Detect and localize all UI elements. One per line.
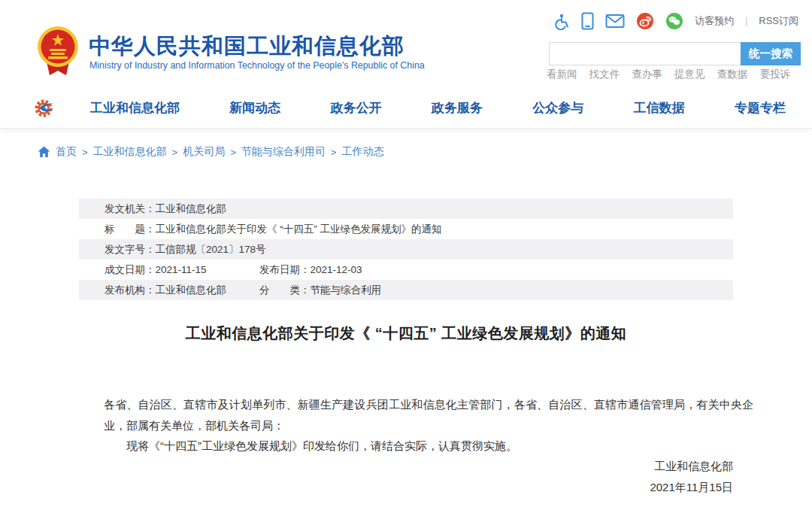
quick-links: 看新闻 找文件 查办事 提意见 查数据 要投诉 <box>547 68 790 81</box>
written-date-label: 成文日期： <box>105 264 156 275</box>
breadcrumb-home[interactable]: 首页 <box>56 145 77 159</box>
miit-gear-logo-icon <box>34 96 56 119</box>
nav-item-gov-disclosure[interactable]: 政务公开 <box>331 99 382 117</box>
quick-link-data[interactable]: 查数据 <box>717 68 748 81</box>
breadcrumb: 首页 > 工业和信息化部 > 机关司局 > 节能与综合利用司 > 工作动态 <box>38 145 383 159</box>
home-icon[interactable] <box>38 146 50 158</box>
quick-link-complaints[interactable]: 要投诉 <box>759 68 790 81</box>
meta-row-issuer: 发文机关：工业和信息化部 <box>79 199 733 219</box>
nav-item-news[interactable]: 新闻动态 <box>229 99 280 117</box>
breadcrumb-energy-conservation-dept[interactable]: 节能与综合利用司 <box>241 145 326 159</box>
signature-block: 工业和信息化部 2021年11月15日 <box>79 456 733 498</box>
breadcrumb-separator: > <box>82 147 88 158</box>
rss-subscribe-link[interactable]: RSS订阅 <box>759 14 798 28</box>
visitor-appointment-link[interactable]: 访客预约 <box>695 14 734 28</box>
title-value: 工业和信息化部关于印发《 “十四五” 工业绿色发展规划》的通知 <box>156 223 442 235</box>
breadcrumb-departments[interactable]: 机关司局 <box>183 145 225 159</box>
breadcrumb-work-updates[interactable]: 工作动态 <box>341 145 383 159</box>
document-body: 各省、自治区、直辖市及计划单列市、新疆生产建设兵团工业和信息化主管部门，各省、自… <box>104 394 753 457</box>
docno-label: 发文字号： <box>105 244 156 255</box>
meta-row-dates: 成文日期：2021-11-15 发布日期：2021-12-03 <box>79 260 733 280</box>
nav-item-public-participation[interactable]: 公众参与 <box>532 99 583 117</box>
quick-link-news[interactable]: 看新闻 <box>547 68 577 81</box>
docno-value: 工信部规〔2021〕178号 <box>156 244 266 255</box>
meta-row-title: 标 题：工业和信息化部关于印发《 “十四五” 工业绿色发展规划》的通知 <box>79 219 733 239</box>
publisher-value: 工业和信息化部 <box>156 284 227 296</box>
breadcrumb-separator: > <box>172 147 178 158</box>
written-date-value: 2021-11-15 <box>156 264 207 275</box>
document-meta-table: 发文机关：工业和信息化部 标 题：工业和信息化部关于印发《 “十四五” 工业绿色… <box>79 199 733 300</box>
nav-item-special-topics[interactable]: 专题专栏 <box>735 99 786 117</box>
category-label: 分 类： <box>259 284 311 296</box>
weibo-icon[interactable] <box>636 12 654 30</box>
nav-items: 工业和信息化部 新闻动态 政务公开 政务服务 公众参与 工信数据 专题专栏 <box>90 87 786 129</box>
nav-item-industry-data[interactable]: 工信数据 <box>634 99 685 117</box>
title-label: 标 题： <box>105 223 156 235</box>
publish-date-value: 2021-12-03 <box>311 264 362 275</box>
search-input[interactable] <box>549 42 741 65</box>
national-emblem <box>36 24 80 78</box>
issuer-value: 工业和信息化部 <box>156 203 227 214</box>
publish-date-label: 发布日期： <box>259 264 311 275</box>
site-subtitle: Ministry of Industry and Information Tec… <box>89 60 425 71</box>
wechat-icon[interactable] <box>665 12 683 30</box>
signature-name: 工业和信息化部 <box>79 456 733 477</box>
breadcrumb-separator: > <box>331 147 337 158</box>
primary-nav: 工业和信息化部 新闻动态 政务公开 政务服务 公众参与 工信数据 专题专栏 <box>0 87 812 129</box>
body-paragraph-instruction: 现将《“十四五”工业绿色发展规划》印发给你们，请结合实际，认真贯彻实施。 <box>104 436 753 457</box>
meta-row-docno: 发文字号：工信部规〔2021〕178号 <box>79 239 733 260</box>
quick-link-services[interactable]: 查办事 <box>632 68 662 81</box>
nav-item-miit[interactable]: 工业和信息化部 <box>90 99 180 117</box>
accessibility-icon[interactable] <box>553 13 570 30</box>
miit-document-page: 访客预约 | RSS订阅 中华人民共和国工业和信息化部 Ministry of … <box>0 0 812 507</box>
unified-search-button[interactable]: 统一搜索 <box>741 42 801 65</box>
mail-icon[interactable] <box>605 14 625 29</box>
breadcrumb-separator: > <box>230 147 236 158</box>
meta-row-publisher-category: 发布机构：工业和信息化部 分 类：节能与综合利用 <box>79 280 733 300</box>
document-title: 工业和信息化部关于印发《 “十四五” 工业绿色发展规划》的通知 <box>0 323 812 344</box>
quick-link-suggestions[interactable]: 提意见 <box>674 68 705 81</box>
nav-item-gov-services[interactable]: 政务服务 <box>432 99 483 117</box>
issuer-label: 发文机关： <box>105 203 156 214</box>
signature-date: 2021年11月15日 <box>79 477 733 498</box>
topbar-divider: | <box>745 16 747 26</box>
publisher-label: 发布机构： <box>105 284 156 296</box>
category-value: 节能与综合利用 <box>311 284 382 296</box>
breadcrumb-miit[interactable]: 工业和信息化部 <box>93 145 167 159</box>
site-title: 中华人民共和国工业和信息化部 <box>89 32 404 62</box>
top-utility-bar: 访客预约 | RSS订阅 <box>553 11 798 32</box>
mobile-icon[interactable] <box>581 12 594 30</box>
quick-link-files[interactable]: 找文件 <box>589 68 620 81</box>
body-paragraph-recipients: 各省、自治区、直辖市及计划单列市、新疆生产建设兵团工业和信息化主管部门，各省、自… <box>104 394 753 436</box>
